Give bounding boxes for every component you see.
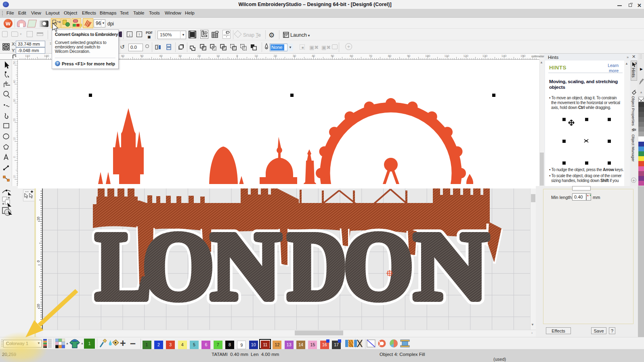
svg-text:?: ?	[635, 62, 637, 66]
svg-text:N: N	[414, 213, 488, 320]
svg-text:D: D	[287, 213, 346, 320]
svg-text:N: N	[211, 212, 281, 320]
svg-text:O: O	[143, 212, 214, 319]
svg-text:O: O	[344, 212, 413, 320]
